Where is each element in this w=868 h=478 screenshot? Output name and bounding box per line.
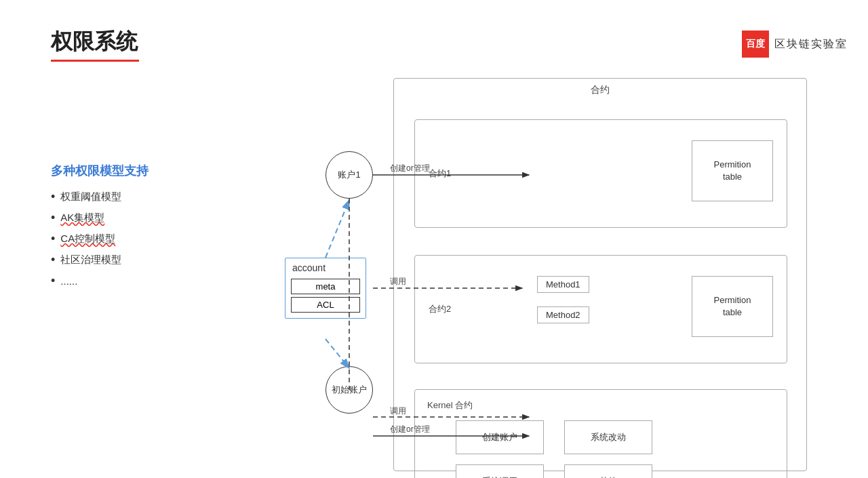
arrow-label-invoke2: 调用 xyxy=(390,405,406,417)
account-box: account meta ACL xyxy=(285,258,366,319)
left-panel: 多种权限模型支持 权重阈值模型 AK集模型 CA控制模型 社区治理模型 ....… xyxy=(51,163,149,295)
logo-box: 百度 xyxy=(742,31,769,58)
contract-outer-box: 合约 合约1 Permitiontable 合约2 Method1 Method… xyxy=(393,78,807,471)
list-item-5: ...... xyxy=(51,274,149,288)
account-field-acl: ACL xyxy=(291,297,360,313)
list-item-2: AK集模型 xyxy=(51,211,149,225)
account-title: account xyxy=(285,258,366,276)
kernel-btn-create-account: 创建账户 xyxy=(456,420,544,454)
arrow-label-create-manage2: 创建or管理 xyxy=(390,424,430,435)
account-field-meta: meta xyxy=(291,279,360,294)
contract1-box: 合约1 Permitiontable xyxy=(414,119,787,228)
node-initial-account: 初始账户 xyxy=(326,366,373,414)
node-account1: 账户1 xyxy=(326,151,373,199)
diagram-area: 合约 合约1 Permitiontable 合约2 Method1 Method… xyxy=(258,58,827,478)
left-panel-heading: 多种权限模型支持 xyxy=(51,163,149,179)
kernel-btn-other: 其他 xyxy=(564,464,652,478)
svg-line-1 xyxy=(326,200,349,258)
logo-text: 区块链实验室 xyxy=(774,37,848,52)
permition-table2: Permitiontable xyxy=(692,276,773,337)
kernel-btn-system-invoke: 系统调用 xyxy=(456,464,544,478)
svg-line-2 xyxy=(326,339,349,368)
contract2-label: 合约2 xyxy=(429,303,451,315)
list-item-4: 社区治理模型 xyxy=(51,253,149,267)
contract2-box: 合约2 Method1 Method2 Permitiontable xyxy=(414,255,787,363)
title-underline xyxy=(51,60,139,62)
kernel-box: Kernel 合约 创建账户 系统改动 系统调用 其他 xyxy=(414,389,787,478)
permition-table1: Permitiontable xyxy=(692,140,773,201)
left-panel-list: 权重阈值模型 AK集模型 CA控制模型 社区治理模型 ...... xyxy=(51,190,149,288)
method2-box: Method2 xyxy=(537,306,589,323)
contract1-label: 合约1 xyxy=(429,167,451,180)
kernel-btn-system-change: 系统改动 xyxy=(564,420,652,454)
arrow-label-create-manage1: 创建or管理 xyxy=(390,163,430,174)
list-item-3: CA控制模型 xyxy=(51,232,149,246)
page-title: 权限系统 xyxy=(51,27,138,57)
list-item-1: 权重阈值模型 xyxy=(51,190,149,204)
method1-box: Method1 xyxy=(537,276,589,293)
logo-area: 百度 区块链实验室 xyxy=(742,31,848,58)
arrow-label-invoke1: 调用 xyxy=(390,276,406,287)
contract-outer-label: 合约 xyxy=(591,84,610,96)
kernel-label: Kernel 合约 xyxy=(427,399,473,412)
